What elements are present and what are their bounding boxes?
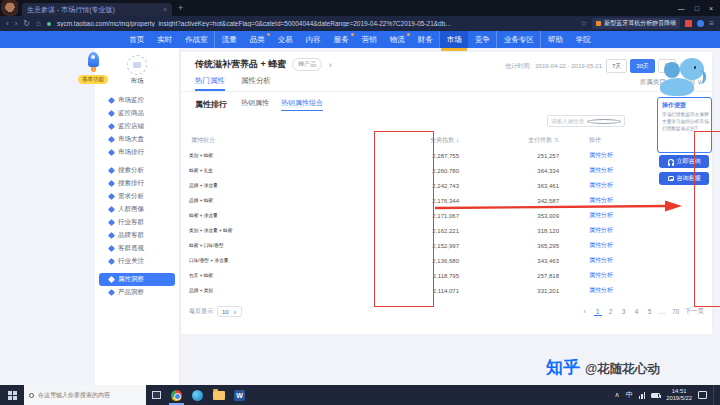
page-number[interactable]: 2 bbox=[607, 308, 615, 316]
maximize-icon[interactable]: □ bbox=[695, 5, 699, 12]
network-icon[interactable] bbox=[639, 392, 646, 399]
sidebar-item[interactable]: 品牌客群 bbox=[99, 229, 175, 242]
page-number[interactable]: … bbox=[659, 308, 667, 316]
attribute-analysis-link[interactable]: 属性分析 bbox=[589, 197, 613, 203]
sidebar-item[interactable]: 属性洞察 bbox=[99, 273, 175, 286]
sidebar-item[interactable]: 行业关注 bbox=[99, 255, 175, 268]
attribute-analysis-link[interactable]: 属性分析 bbox=[589, 272, 613, 278]
taskbar-clock[interactable]: 14:51 2019/5/22 bbox=[666, 388, 692, 402]
sidebar-item[interactable]: 客群透视 bbox=[99, 242, 175, 255]
page-number[interactable]: 3 bbox=[620, 308, 628, 316]
url-input[interactable]: sycm.taobao.com/mc/mq/property_insight?a… bbox=[57, 20, 451, 27]
tab[interactable]: 属性分析 bbox=[241, 76, 271, 91]
sidebar-item[interactable]: 监控商品 bbox=[99, 107, 175, 120]
forward-icon[interactable]: › bbox=[15, 20, 18, 28]
extension-blue-icon[interactable] bbox=[697, 20, 704, 27]
next-page-button[interactable]: 下一页 bbox=[685, 307, 705, 316]
taskbar-app-globe[interactable] bbox=[187, 385, 208, 405]
upgrade-rocket[interactable]: 基本功能 bbox=[72, 52, 114, 85]
attribute-analysis-link[interactable]: 属性分析 bbox=[589, 182, 613, 188]
close-icon[interactable]: × bbox=[709, 5, 713, 12]
show-desktop-button[interactable] bbox=[713, 385, 716, 405]
sidebar-item[interactable]: 人群画像 bbox=[99, 203, 175, 216]
nav-item[interactable]: 服务 bbox=[327, 31, 355, 48]
taskbar-app-browser[interactable] bbox=[166, 385, 187, 405]
nav-item[interactable]: 业务专区 bbox=[496, 31, 540, 48]
nav-item[interactable]: 内容 bbox=[299, 31, 327, 48]
attribute-analysis-link[interactable]: 属性分析 bbox=[589, 242, 613, 248]
prev-page-icon[interactable]: ‹ bbox=[581, 308, 589, 315]
tray-expand-icon[interactable]: ∧ bbox=[615, 391, 620, 399]
sidebar-item[interactable]: 监控店铺 bbox=[99, 120, 175, 133]
nav-item[interactable]: 首页 bbox=[123, 31, 151, 48]
nav-item[interactable]: 学院 bbox=[569, 31, 597, 48]
sidebar-item[interactable]: 市场监控 bbox=[99, 94, 175, 107]
nav-item[interactable]: 帮助 bbox=[540, 31, 569, 48]
tab[interactable]: 热门属性 bbox=[195, 76, 225, 91]
attribute-analysis-link[interactable]: 属性分析 bbox=[589, 227, 613, 233]
nav-item[interactable]: 作战室 bbox=[179, 31, 215, 48]
shop-avatar[interactable] bbox=[127, 55, 147, 75]
range-button[interactable]: 30天 bbox=[630, 59, 655, 73]
minimize-icon[interactable]: — bbox=[678, 5, 685, 12]
chevron-down-icon[interactable]: ∨ bbox=[328, 61, 332, 68]
page-number[interactable]: 1 bbox=[594, 308, 602, 316]
contact-service-button[interactable]: 咨询客服 bbox=[659, 172, 709, 185]
nav-item[interactable]: 营销 bbox=[355, 31, 383, 48]
taskbar-search[interactable]: 在这里输入你要搜索的内容 bbox=[24, 385, 146, 405]
attribute-analysis-link[interactable]: 属性分析 bbox=[589, 152, 613, 158]
page-number[interactable]: 4 bbox=[633, 308, 641, 316]
nav-item[interactable]: 市场 bbox=[439, 31, 468, 48]
nav-item[interactable]: 品类 bbox=[243, 31, 271, 48]
taskbar-app-word[interactable]: W bbox=[229, 385, 250, 405]
sub-tab[interactable]: 热销属性 bbox=[241, 98, 269, 111]
nav-item[interactable]: 实时 bbox=[151, 31, 179, 48]
tab-close-icon[interactable]: × bbox=[163, 6, 167, 13]
search-icon[interactable] bbox=[587, 119, 622, 124]
extension-red-icon[interactable] bbox=[685, 20, 692, 27]
nav-item[interactable]: 物流 bbox=[383, 31, 411, 48]
cell-attribute: 蜂蜜 + 礼盒 bbox=[189, 167, 367, 174]
range-button[interactable]: 7天 bbox=[606, 59, 627, 73]
category-tag[interactable]: 蜂产品 bbox=[292, 58, 322, 71]
browser-menu-icon[interactable]: ≡ bbox=[709, 20, 714, 28]
sidebar-item[interactable]: 产品洞察 bbox=[99, 286, 175, 299]
per-page-select[interactable]: 10∨ bbox=[217, 306, 242, 317]
browser-quick-search[interactable]: 新型蓝牙耳机分析静音降噪 bbox=[592, 18, 680, 29]
browser-tab[interactable]: 生意参谋 - 市场行情(专业版) × bbox=[22, 3, 172, 16]
action-center-icon[interactable] bbox=[698, 391, 707, 399]
attribute-analysis-link[interactable]: 属性分析 bbox=[589, 257, 613, 263]
attribute-analysis-link[interactable]: 属性分析 bbox=[589, 212, 613, 218]
sub-tabs: 热销属性 热销属性组合 bbox=[241, 98, 323, 111]
attribute-analysis-link[interactable]: 属性分析 bbox=[589, 287, 613, 293]
attribute-analysis-link[interactable]: 属性分析 bbox=[589, 167, 613, 173]
refresh-icon[interactable]: ↻ bbox=[23, 20, 30, 28]
nav-item[interactable]: 财务 bbox=[411, 31, 439, 48]
sub-tab[interactable]: 热销属性组合 bbox=[281, 98, 323, 111]
sidebar-item[interactable]: 搜索分析 bbox=[99, 164, 175, 177]
taskbar-app-explorer[interactable] bbox=[208, 385, 229, 405]
start-button[interactable] bbox=[0, 385, 24, 405]
page-number[interactable]: 70 bbox=[672, 308, 680, 316]
browser-profile-photo[interactable] bbox=[0, 0, 18, 16]
sidebar-item[interactable]: 市场大盘 bbox=[99, 133, 175, 146]
task-view-button[interactable] bbox=[146, 391, 166, 399]
nav-item[interactable]: 交易 bbox=[271, 31, 299, 48]
nav-item[interactable]: 流量 bbox=[214, 31, 243, 48]
col-index[interactable]: 分类指数 ↓ bbox=[367, 136, 463, 145]
page-number[interactable]: 5 bbox=[646, 308, 654, 316]
home-icon[interactable]: ⌂ bbox=[36, 20, 41, 28]
consult-now-button[interactable]: 立即咨询 bbox=[659, 155, 709, 168]
attribute-search-input[interactable]: 请输入属性值进行搜索 bbox=[547, 115, 625, 127]
sidebar-item[interactable]: 市场排行 bbox=[99, 146, 175, 159]
sidebar-item[interactable]: 搜索排行 bbox=[99, 177, 175, 190]
nav-item[interactable]: 竞争 bbox=[468, 31, 496, 48]
bookmark-star-icon[interactable]: ☆ bbox=[580, 20, 587, 28]
sidebar-item[interactable]: 行业客群 bbox=[99, 216, 175, 229]
col-paid[interactable]: 支付件数 ⇅ bbox=[463, 136, 563, 145]
battery-icon[interactable] bbox=[651, 393, 660, 398]
back-icon[interactable]: ‹ bbox=[6, 20, 9, 28]
sidebar-item[interactable]: 需求分析 bbox=[99, 190, 175, 203]
new-tab-button[interactable]: + bbox=[178, 3, 183, 13]
ime-indicator[interactable]: 中 bbox=[626, 390, 633, 400]
